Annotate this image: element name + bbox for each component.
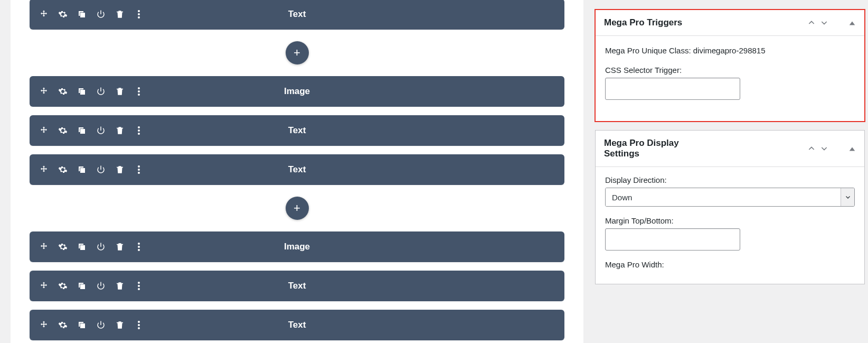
- module-row-text[interactable]: Text: [30, 0, 564, 30]
- panel-mega-pro-display-settings: Mega Pro Display Settings Display Direct…: [595, 130, 865, 284]
- trash-icon[interactable]: [115, 126, 125, 135]
- gear-icon[interactable]: [58, 126, 68, 135]
- panel-body: Display Direction: Down Margin Top/Botto…: [596, 167, 864, 284]
- plus-icon: +: [294, 201, 300, 215]
- gear-icon[interactable]: [58, 242, 68, 252]
- gear-icon[interactable]: [58, 87, 68, 96]
- trash-icon[interactable]: [115, 320, 125, 330]
- margin-label: Margin Top/Bottom:: [605, 216, 855, 225]
- display-direction-select[interactable]: Down: [605, 188, 855, 207]
- editor-surface: Text + Image: [11, 0, 583, 343]
- module-tools: [39, 87, 144, 96]
- gear-icon[interactable]: [58, 165, 68, 174]
- move-icon[interactable]: [39, 320, 49, 330]
- chevron-down-icon[interactable]: [820, 18, 828, 27]
- trash-icon[interactable]: [115, 87, 125, 96]
- panel-header[interactable]: Mega Pro Triggers: [596, 10, 864, 36]
- trash-icon[interactable]: [115, 165, 125, 174]
- module-tools: [39, 320, 144, 330]
- module-tools: [39, 10, 144, 19]
- module-row-image[interactable]: Image: [30, 76, 564, 107]
- power-icon[interactable]: [96, 126, 106, 135]
- width-label: Mega Pro Width:: [605, 260, 855, 269]
- duplicate-icon[interactable]: [77, 281, 87, 291]
- css-selector-input[interactable]: [605, 78, 740, 100]
- duplicate-icon[interactable]: [77, 126, 87, 135]
- power-icon[interactable]: [96, 281, 106, 291]
- duplicate-icon[interactable]: [77, 165, 87, 174]
- more-icon[interactable]: [134, 10, 144, 19]
- move-icon[interactable]: [39, 126, 49, 135]
- trash-icon[interactable]: [115, 281, 125, 291]
- panel-header[interactable]: Mega Pro Display Settings: [596, 131, 864, 167]
- chevron-up-icon[interactable]: [807, 144, 816, 153]
- more-icon[interactable]: [134, 126, 144, 135]
- display-direction-label: Display Direction:: [605, 175, 855, 184]
- power-icon[interactable]: [96, 320, 106, 330]
- module-row-text[interactable]: Text: [30, 115, 564, 146]
- power-icon[interactable]: [96, 10, 106, 19]
- duplicate-icon[interactable]: [77, 320, 87, 330]
- unique-class-text: Mega Pro Unique Class: divimegapro-29881…: [605, 44, 855, 57]
- trash-icon[interactable]: [115, 242, 125, 252]
- chevron-up-icon[interactable]: [807, 18, 816, 27]
- duplicate-icon[interactable]: [77, 87, 87, 96]
- module-tools: [39, 242, 144, 252]
- panel-body: Mega Pro Unique Class: divimegapro-29881…: [596, 36, 864, 121]
- more-icon[interactable]: [134, 165, 144, 174]
- display-direction-value: Down: [606, 188, 841, 206]
- editor-column: Text + Image: [0, 0, 594, 343]
- gear-icon[interactable]: [58, 10, 68, 19]
- chevron-down-icon[interactable]: [820, 144, 828, 153]
- module-tools: [39, 281, 144, 291]
- trash-icon[interactable]: [115, 10, 125, 19]
- module-row-text[interactable]: Text: [30, 271, 564, 301]
- panel-title: Mega Pro Display Settings: [604, 138, 710, 159]
- more-icon[interactable]: [134, 281, 144, 291]
- module-row-image[interactable]: Image: [30, 231, 564, 262]
- add-module-button[interactable]: +: [286, 197, 309, 220]
- power-icon[interactable]: [96, 87, 106, 96]
- more-icon[interactable]: [134, 320, 144, 330]
- gear-icon[interactable]: [58, 281, 68, 291]
- power-icon[interactable]: [96, 242, 106, 252]
- duplicate-icon[interactable]: [77, 10, 87, 19]
- module-tools: [39, 126, 144, 135]
- module-row-text[interactable]: Text: [30, 154, 564, 185]
- chevron-down-icon: [841, 188, 854, 206]
- css-selector-label: CSS Selector Trigger:: [605, 66, 855, 75]
- move-icon[interactable]: [39, 10, 49, 19]
- move-icon[interactable]: [39, 87, 49, 96]
- power-icon[interactable]: [96, 165, 106, 174]
- sidebar: Mega Pro Triggers Mega Pro Unique Class:…: [594, 0, 868, 343]
- plus-icon: +: [294, 46, 300, 60]
- collapse-up-icon[interactable]: [848, 145, 856, 152]
- gear-icon[interactable]: [58, 320, 68, 330]
- panel-title: Mega Pro Triggers: [604, 17, 682, 28]
- move-icon[interactable]: [39, 281, 49, 291]
- panel-mega-pro-triggers: Mega Pro Triggers Mega Pro Unique Class:…: [595, 10, 865, 122]
- module-tools: [39, 165, 144, 174]
- more-icon[interactable]: [134, 242, 144, 252]
- more-icon[interactable]: [134, 87, 144, 96]
- module-row-text[interactable]: Text: [30, 310, 564, 340]
- move-icon[interactable]: [39, 165, 49, 174]
- add-module-button[interactable]: +: [286, 41, 309, 64]
- move-icon[interactable]: [39, 242, 49, 252]
- duplicate-icon[interactable]: [77, 242, 87, 252]
- margin-input[interactable]: [605, 228, 740, 251]
- collapse-up-icon[interactable]: [848, 19, 856, 26]
